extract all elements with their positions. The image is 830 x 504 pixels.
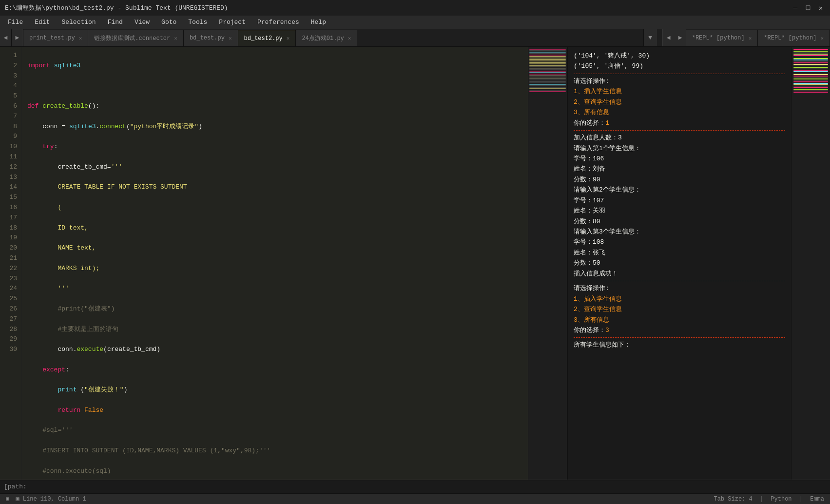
tab-label: 24点游戏01.py: [302, 34, 344, 42]
repl-line: 2、查询学生信息: [574, 304, 785, 314]
repl-divider: [574, 130, 785, 131]
status-icon: ▣: [6, 496, 9, 503]
repl-line: 1、插入学生信息: [574, 294, 785, 304]
status-tab-info[interactable]: Tab Size: 4: [714, 496, 753, 503]
tab-label: bd_test2.py: [244, 35, 283, 42]
tab-nav-left[interactable]: ◀: [0, 29, 12, 46]
repl-line: 请选择操作:: [574, 76, 785, 86]
menu-help[interactable]: Help: [306, 17, 331, 27]
code-editor[interactable]: import sqlite3 def create_table(): conn …: [21, 47, 528, 480]
tab-print-test[interactable]: print_test.py ✕: [23, 30, 88, 46]
repl-line: 分数：50: [574, 258, 785, 268]
tab-overflow-dropdown[interactable]: ▼: [643, 29, 657, 46]
repl-line: 请输入第2个学生信息：: [574, 185, 785, 195]
status-left: ▣ ▣ Line 110, Column 1: [6, 495, 86, 503]
maximize-button[interactable]: □: [804, 3, 812, 12]
minimize-button[interactable]: —: [791, 3, 800, 12]
repl-line: 学号：106: [574, 154, 785, 164]
tab-close-icon[interactable]: ✕: [348, 35, 351, 41]
repl-line: 姓名：刘备: [574, 164, 785, 174]
main-area: 12345 678910 1112131415 1617181920 21222…: [0, 47, 830, 480]
repl-line: 学号：107: [574, 195, 785, 206]
tab-group-nav-right[interactable]: ▶: [675, 29, 686, 46]
menu-file[interactable]: File: [3, 17, 28, 27]
tab-close-icon[interactable]: ✕: [174, 35, 177, 41]
minimap: [528, 47, 567, 480]
status-right: Tab Size: 4 | Python | Emma: [714, 496, 824, 503]
tab-close-icon[interactable]: ✕: [79, 35, 82, 41]
tab-label: *REPL* [python]: [764, 35, 816, 41]
status-language[interactable]: Python: [771, 496, 791, 503]
tab-group-nav-left[interactable]: ◀: [663, 29, 675, 46]
tab-label: print_test.py: [29, 35, 75, 41]
editor-area: 12345 678910 1112131415 1617181920 21222…: [0, 47, 567, 480]
status-user: Emma: [810, 496, 824, 503]
tab-close-icon[interactable]: ✕: [287, 35, 290, 41]
tab-repl-2[interactable]: *REPL* [python] ✕: [758, 30, 830, 46]
line-numbers: 12345 678910 1112131415 1617181920 21222…: [0, 47, 21, 480]
tab-bd-test[interactable]: bd_test.py ✕: [184, 30, 238, 46]
menu-view[interactable]: View: [130, 17, 154, 27]
repl-line: 请选择操作:: [574, 283, 785, 293]
menu-selection[interactable]: Selection: [57, 17, 100, 27]
tab-close-icon[interactable]: ✕: [820, 35, 824, 41]
repl-content[interactable]: ('104', '猪八戒', 30) ('105', '唐僧', 99) 请选择…: [568, 47, 791, 480]
cmd-prompt: [path:: [4, 483, 27, 490]
repl-divider: [574, 337, 785, 338]
tab-label: bd_test.py: [190, 35, 225, 41]
repl-line: ('104', '猪八戒', 30): [574, 51, 785, 61]
repl-line: 2、查询学生信息: [574, 97, 785, 107]
title-bar-controls[interactable]: — □ ✕: [791, 3, 825, 12]
menu-tools[interactable]: Tools: [183, 17, 212, 27]
repl-line: 1、插入学生信息: [574, 86, 785, 97]
repl-divider: [574, 74, 785, 74]
tab-close-icon[interactable]: ✕: [229, 35, 232, 41]
status-position: ▣ Line 110, Column 1: [16, 496, 86, 503]
repl-line: 分数：90: [574, 174, 785, 185]
title-bar: E:\编程数据\python\bd_test2.py - Sublime Tex…: [0, 0, 830, 16]
menu-preferences[interactable]: Preferences: [252, 17, 304, 27]
repl-line: 请输入第1个学生信息：: [574, 143, 785, 154]
menu-bar: File Edit Selection Find View Goto Tools…: [0, 16, 830, 29]
repl-line: 3、所有信息: [574, 315, 785, 325]
repl-line: 请输入第3个学生信息：: [574, 227, 785, 237]
repl-panel: ('104', '猪八戒', 30) ('105', '唐僧', 99) 请选择…: [567, 47, 791, 480]
status-bar: ▣ ▣ Line 110, Column 1 Tab Size: 4 | Pyt…: [0, 493, 830, 504]
repl-line: 分数：80: [574, 216, 785, 227]
repl-line: 学号：108: [574, 237, 785, 247]
repl-line: 插入信息成功！: [574, 269, 785, 279]
repl-divider: [574, 281, 785, 281]
repl-line: 所有学生信息如下：: [574, 340, 785, 350]
tab-label: 链接数据库测试.connector: [94, 34, 170, 42]
tab-nav-right[interactable]: ▶: [12, 29, 23, 46]
cmd-input[interactable]: [27, 483, 826, 490]
tab-bar: ◀ ▶ print_test.py ✕ 链接数据库测试.connector ✕ …: [0, 29, 830, 47]
repl-line: 姓名：张飞: [574, 248, 785, 258]
menu-goto[interactable]: Goto: [156, 17, 181, 27]
title-bar-left: E:\编程数据\python\bd_test2.py - Sublime Tex…: [5, 3, 228, 12]
menu-edit[interactable]: Edit: [30, 17, 55, 27]
menu-find[interactable]: Find: [103, 17, 128, 27]
title-text: E:\编程数据\python\bd_test2.py - Sublime Tex…: [5, 3, 228, 12]
tab-label: *REPL* [python]: [692, 35, 745, 41]
minimap-content: [528, 47, 567, 95]
tab-connector[interactable]: 链接数据库测试.connector ✕: [88, 30, 184, 46]
repl-line: ('105', '唐僧', 99): [574, 61, 785, 71]
menu-project[interactable]: Project: [214, 17, 251, 27]
repl-line: 3、所有信息: [574, 107, 785, 117]
repl-input-line: 你的选择：3: [574, 325, 785, 335]
close-button[interactable]: ✕: [816, 3, 825, 12]
tab-close-icon[interactable]: ✕: [749, 35, 752, 41]
repl-line: 加入信息人数：3: [574, 133, 785, 143]
repl-input-line: 你的选择：1: [574, 118, 785, 128]
right-mini-panel: [791, 47, 830, 480]
command-bar[interactable]: [path:: [0, 480, 830, 493]
tab-repl-1[interactable]: *REPL* [python] ✕: [686, 30, 758, 46]
tab-24-game[interactable]: 24点游戏01.py ✕: [296, 30, 357, 46]
repl-line: 姓名：关羽: [574, 206, 785, 216]
tab-bd-test2[interactable]: bd_test2.py ✕: [238, 30, 296, 46]
